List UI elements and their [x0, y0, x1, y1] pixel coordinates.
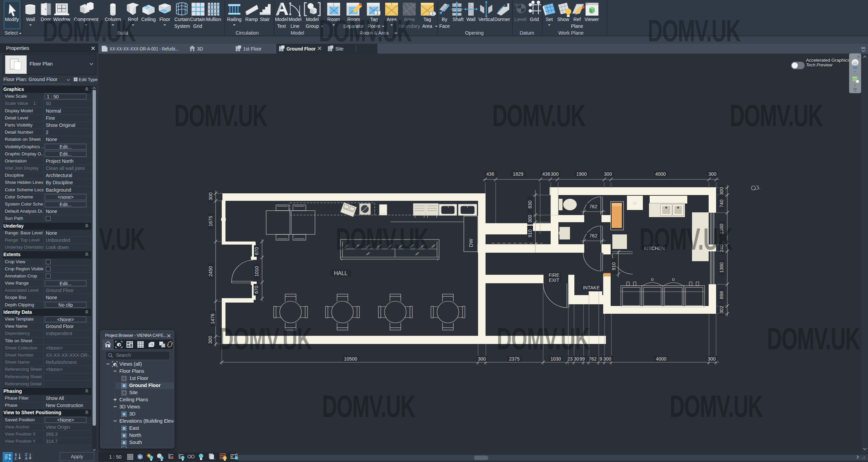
svg-text:North: North: [129, 432, 141, 438]
svg-text:1030: 1030: [550, 356, 561, 362]
svg-text:Stair: Stair: [260, 17, 270, 22]
svg-text:Group: Group: [306, 23, 319, 29]
svg-text:A: A: [25, 457, 27, 460]
svg-text:Ground Floor: Ground Floor: [287, 46, 316, 52]
svg-text:Shaft: Shaft: [453, 17, 464, 22]
svg-text:Datum: Datum: [520, 30, 534, 36]
svg-text:HALL: HALL: [334, 270, 348, 276]
svg-text:Vertical: Vertical: [478, 17, 494, 22]
svg-text:762: 762: [589, 233, 597, 238]
svg-text:Z: Z: [25, 453, 27, 457]
svg-text:1 : 50: 1 : 50: [109, 454, 121, 460]
svg-text:Viewer: Viewer: [585, 17, 599, 22]
svg-text:East: East: [129, 425, 139, 431]
svg-text:1900: 1900: [576, 171, 587, 177]
svg-text:Ceiling: Ceiling: [141, 17, 156, 22]
svg-text:Mullion: Mullion: [206, 17, 221, 22]
svg-text:300: 300: [719, 187, 724, 195]
svg-text:Wall: Wall: [467, 17, 476, 22]
svg-text:DW: DW: [468, 238, 474, 247]
svg-text:FIRE: FIRE: [549, 272, 559, 278]
svg-text:4000: 4000: [655, 171, 666, 177]
svg-text:Floor Plans: Floor Plans: [119, 368, 144, 374]
svg-text:670: 670: [254, 286, 259, 294]
svg-text:2450: 2450: [208, 266, 213, 276]
svg-text:300: 300: [708, 356, 716, 362]
svg-text:By: By: [442, 17, 447, 22]
svg-text:Modify: Modify: [5, 17, 19, 22]
svg-text:Set: Set: [546, 17, 553, 22]
svg-text:898: 898: [719, 291, 724, 299]
svg-text:9: 9: [599, 356, 602, 362]
svg-text:910: 910: [527, 229, 533, 237]
svg-text:Line: Line: [291, 23, 300, 29]
svg-text:Model: Model: [306, 17, 319, 22]
svg-text:762: 762: [589, 204, 597, 209]
svg-text:A: A: [15, 453, 17, 457]
svg-text:1010: 1010: [254, 266, 259, 276]
svg-text:Dormer: Dormer: [494, 17, 510, 22]
svg-text:Select: Select: [5, 30, 18, 36]
svg-text:South: South: [129, 440, 142, 445]
svg-text:302: 302: [719, 306, 724, 314]
svg-text:Grid: Grid: [530, 17, 539, 22]
svg-text:System: System: [174, 23, 190, 29]
svg-text:Floor: Floor: [159, 17, 170, 22]
svg-text:3D: 3D: [197, 46, 203, 52]
svg-text:910: 910: [611, 262, 616, 270]
svg-text:300: 300: [708, 171, 716, 177]
svg-text:436: 436: [542, 171, 550, 177]
svg-text:Level: Level: [514, 16, 527, 22]
svg-text:Model: Model: [291, 30, 304, 36]
svg-text:EXIT: EXIT: [549, 277, 559, 283]
svg-text:Curtain: Curtain: [190, 17, 205, 22]
svg-text:300: 300: [208, 192, 213, 200]
svg-text:300: 300: [208, 336, 213, 344]
svg-text:Work Plane: Work Plane: [558, 30, 584, 36]
svg-text:Wall: Wall: [26, 17, 35, 22]
svg-text:Circulation: Circulation: [236, 30, 259, 36]
svg-text:Ceiling Plans: Ceiling Plans: [119, 397, 148, 402]
svg-text:2D: 2D: [853, 65, 857, 70]
svg-text:300: 300: [527, 215, 533, 223]
svg-text:Ref: Ref: [573, 17, 581, 22]
svg-text:Site: Site: [129, 390, 138, 395]
svg-text:Plane: Plane: [571, 23, 583, 29]
svg-text:1360: 1360: [719, 262, 724, 273]
svg-text:Railing: Railing: [227, 17, 242, 22]
svg-text:Tag: Tag: [423, 17, 431, 22]
svg-text:Grid: Grid: [193, 23, 202, 29]
svg-text:762: 762: [589, 356, 597, 362]
svg-text:300: 300: [478, 356, 486, 362]
svg-text:Site: Site: [335, 46, 343, 52]
svg-text:436: 436: [486, 171, 494, 177]
svg-text:3D Views: 3D Views: [119, 404, 140, 409]
svg-text:Z: Z: [15, 457, 17, 460]
svg-text:Model: Model: [275, 17, 288, 22]
svg-text:4000: 4000: [656, 356, 666, 362]
svg-text:Opening: Opening: [465, 30, 484, 36]
svg-text:Area: Area: [422, 23, 432, 29]
svg-text:670: 670: [254, 247, 259, 255]
svg-text:300: 300: [603, 356, 611, 362]
svg-text:1829: 1829: [513, 171, 523, 177]
svg-text:300: 300: [551, 171, 559, 177]
svg-text:1675: 1675: [208, 216, 213, 226]
svg-text:Curtain: Curtain: [174, 17, 190, 22]
svg-text:3D: 3D: [129, 411, 136, 417]
svg-text:Views (all): Views (all): [119, 361, 142, 367]
svg-text:740: 740: [719, 199, 724, 208]
svg-text:Elevations (Building Elevation: Elevations (Building Elevation): [119, 418, 174, 424]
svg-text:1476: 1476: [210, 313, 215, 324]
svg-text:300: 300: [604, 171, 612, 177]
svg-text:23: 23: [567, 356, 573, 362]
svg-text:XX-XX-XX-XXX-DR-A-001 - Refurb: XX-XX-XX-XXX-DR-A-001 - Refurbi...: [110, 46, 179, 52]
svg-text:1st Floor: 1st Floor: [129, 376, 149, 381]
svg-text:30: 30: [574, 356, 579, 362]
svg-text:2375: 2375: [509, 356, 519, 362]
svg-text:Ramp: Ramp: [245, 17, 258, 22]
svg-text:Model: Model: [289, 17, 301, 22]
svg-text:830: 830: [527, 200, 533, 209]
svg-text:1st Floor: 1st Floor: [243, 46, 262, 52]
svg-text:Ground Floor: Ground Floor: [129, 383, 161, 388]
